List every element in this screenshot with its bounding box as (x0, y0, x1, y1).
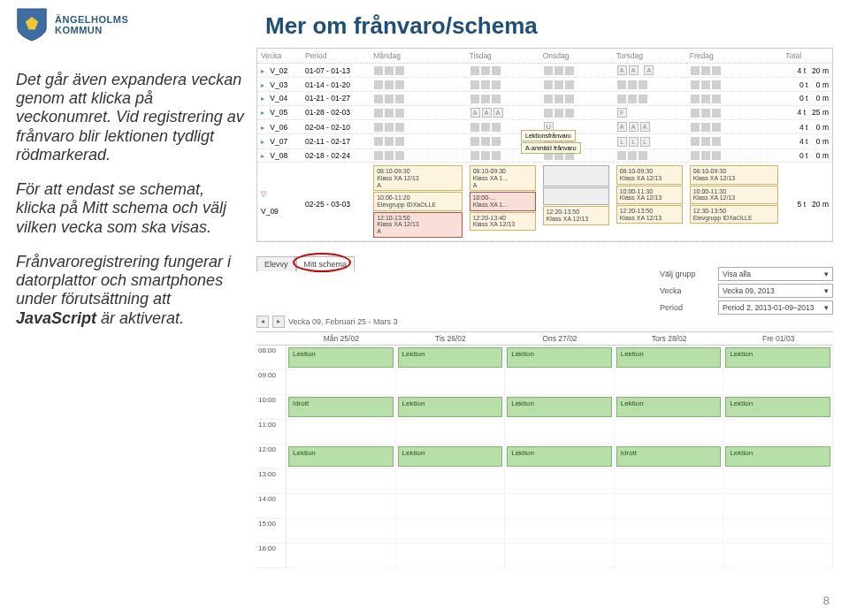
lesson-card[interactable]: 08:10-09:30 Klass XA 12/13 (690, 165, 778, 184)
lesson-card[interactable] (543, 187, 609, 205)
expand-icon[interactable]: ▸ (261, 109, 268, 117)
schedule-cell[interactable]: Lektion (723, 395, 833, 420)
schedule-cell[interactable] (615, 519, 724, 544)
lesson-block[interactable]: Lektion (725, 347, 830, 368)
lesson-card[interactable]: 08:10-09:30 Klass XA 12/13 A (373, 165, 462, 191)
schedule-cell[interactable] (615, 420, 724, 445)
schedule-cell[interactable]: Lektion (615, 346, 724, 370)
schedule-cell[interactable] (287, 519, 396, 544)
schedule-cell[interactable]: Lektion (396, 346, 506, 370)
schedule-cell[interactable]: Idrott (287, 395, 396, 420)
lesson-card[interactable]: 12:30-13:50 Elevgrupp IDXaOLLE (690, 205, 778, 224)
select-period[interactable]: Period 2, 2013-01-09–2013▾ (718, 300, 833, 315)
week-row[interactable]: ▸ V_0301-14 - 01-200 t 0 m (257, 78, 832, 92)
week-row[interactable]: ▸ V_0501-28 - 02-03AAAF4 t 25 m (257, 105, 832, 119)
time-label: 11:00 (256, 420, 287, 445)
schedule-cell[interactable]: Lektion (396, 395, 506, 420)
schedule-cell[interactable] (505, 420, 615, 445)
schedule-cell[interactable] (287, 494, 396, 519)
lesson-block[interactable]: Lektion (398, 446, 503, 467)
schedule-cell[interactable] (396, 519, 506, 544)
lesson-card[interactable]: 12:20-13:50 Klass XA 12/13 (543, 206, 609, 224)
schedule-cell[interactable] (615, 544, 724, 568)
lesson-block[interactable]: Lektion (398, 397, 503, 417)
select-vecka[interactable]: Vecka 09, 2013▾ (718, 284, 833, 298)
schedule-cell[interactable]: Lektion (723, 445, 833, 469)
week-row[interactable]: ▸ V_0201-07 - 01-13AA A4 t 20 m (257, 64, 832, 78)
lesson-card[interactable] (543, 165, 609, 186)
lesson-block[interactable]: Lektion (725, 446, 830, 467)
schedule-cell[interactable] (505, 544, 615, 568)
schedule-cell[interactable] (723, 370, 833, 395)
lesson-card[interactable]: 12:20-13:40 Klass XA 12/13 (470, 212, 536, 231)
prev-week-button[interactable]: ◂ (256, 316, 269, 328)
lesson-card[interactable]: 08:10-09:30 Klass XA 1... A (470, 165, 536, 191)
schedule-cell[interactable] (723, 519, 833, 544)
schedule-cell[interactable]: Lektion (505, 445, 615, 469)
schedule-cell[interactable] (505, 370, 615, 395)
schedule-cell[interactable] (615, 469, 724, 494)
expand-icon[interactable]: ▸ (261, 124, 268, 132)
col-head: Period (302, 49, 370, 64)
next-week-button[interactable]: ▸ (272, 316, 285, 328)
schedule-cell[interactable] (396, 420, 506, 445)
expand-icon[interactable]: ▸ (261, 81, 268, 89)
lesson-block[interactable]: Lektion (398, 347, 503, 368)
schedule-cell[interactable] (723, 544, 833, 568)
tab-mitt-schema[interactable]: Mitt schema (296, 256, 356, 271)
schedule-cell[interactable] (396, 544, 506, 568)
schedule-cell[interactable] (505, 519, 615, 544)
expand-icon[interactable]: ▸ (261, 152, 268, 160)
schedule-cell[interactable] (396, 469, 506, 494)
lesson-block[interactable]: Lektion (507, 446, 612, 467)
collapse-icon[interactable]: ▽ (261, 190, 268, 198)
lesson-block[interactable]: Idrott (616, 446, 722, 467)
lesson-block[interactable]: Lektion (288, 446, 394, 467)
schedule-cell[interactable] (505, 494, 615, 519)
lesson-card[interactable]: 12:20-13:50 Klass XA 12/13 (616, 205, 683, 224)
schedule-cell[interactable]: Lektion (505, 395, 615, 420)
schedule-cell[interactable] (287, 544, 396, 568)
schedule-cell[interactable] (615, 494, 724, 519)
lesson-card[interactable]: 12:10-13:50 Klass XA 12/13 A (373, 212, 462, 238)
lesson-block[interactable]: Lektion (616, 397, 722, 417)
tab-elevvy[interactable]: Elevvy (256, 256, 296, 271)
lesson-block[interactable]: Lektion (288, 347, 394, 368)
schedule-cell[interactable]: Lektion (615, 395, 724, 420)
expand-icon[interactable]: ▸ (261, 67, 268, 75)
schedule-cell[interactable]: Lektion (287, 346, 396, 370)
schedule-cell[interactable] (287, 370, 396, 395)
expand-icon[interactable]: ▸ (261, 95, 268, 103)
schedule-cell[interactable] (287, 420, 396, 445)
lesson-card[interactable]: 08:10-09:30 Klass XA 12/13 (616, 165, 683, 184)
lesson-block[interactable]: Idrott (288, 397, 394, 417)
lesson-card[interactable]: 10:00-... Klass XA 1... (470, 192, 536, 210)
schedule-cell[interactable] (396, 370, 506, 395)
org-logo-block: ÄNGELHOLMS KOMMUN (16, 7, 128, 42)
lesson-card[interactable]: 10:00-11:20 Elevgrupp IDXaOLLE (373, 192, 462, 210)
col-head: Torsdag (613, 49, 686, 64)
lesson-block[interactable]: Lektion (507, 397, 612, 417)
lesson-block[interactable]: Lektion (507, 347, 612, 368)
schedule-cell[interactable] (723, 420, 833, 445)
schedule-cell[interactable] (723, 494, 833, 519)
expand-icon[interactable]: ▸ (261, 138, 268, 146)
schedule-cell[interactable]: Lektion (505, 346, 615, 370)
select-grupp[interactable]: Visa alla▾ (718, 267, 833, 281)
schedule-cell[interactable] (287, 469, 396, 494)
col-head: Fredag (686, 49, 782, 64)
schedule-cell[interactable] (505, 469, 615, 494)
lesson-block[interactable]: Lektion (725, 397, 830, 417)
schedule-cell[interactable] (723, 469, 833, 494)
schedule-cell[interactable]: Lektion (396, 445, 506, 469)
schedule-cell[interactable] (396, 494, 506, 519)
schedule-cell[interactable]: Lektion (723, 346, 833, 370)
schedule-cell[interactable]: Idrott (615, 445, 724, 469)
lesson-card[interactable]: 10:00-11:30 Klass XA 12/13 (690, 186, 778, 204)
tooltip-lektionsfranvaro: Lektionsfrånvaro (521, 130, 576, 141)
schedule-cell[interactable] (615, 370, 724, 395)
lesson-block[interactable]: Lektion (616, 347, 722, 368)
lesson-card[interactable]: 10:00-11:30 Klass XA 12/13 (616, 186, 683, 204)
schedule-cell[interactable]: Lektion (287, 445, 396, 469)
week-row[interactable]: ▸ V_0401-21 - 01-270 t 0 m (257, 92, 832, 106)
